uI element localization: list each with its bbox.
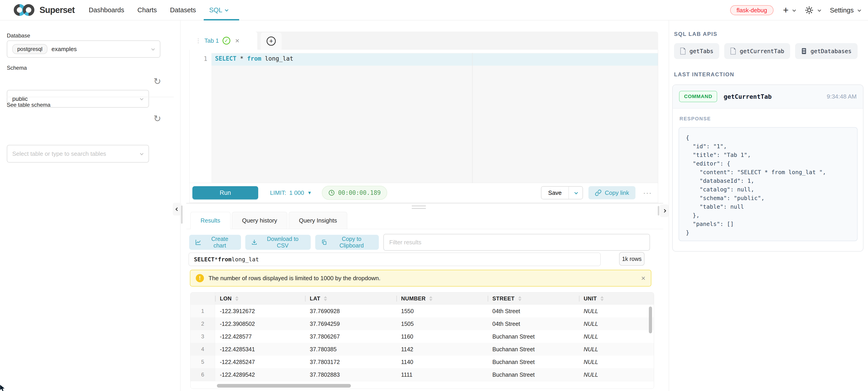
sort-icon[interactable] <box>429 296 432 301</box>
table-cell: 37.7802883 <box>305 368 396 381</box>
table-cell: 37.780385 <box>305 343 396 356</box>
create-chart-button[interactable]: Create chart <box>189 235 241 250</box>
table-select[interactable]: Select table or type to search tables <box>7 145 149 163</box>
get-current-tab-label: getCurrentTab <box>740 48 784 55</box>
chart-icon <box>195 239 201 246</box>
database-select[interactable]: postgresql examples <box>7 40 160 58</box>
timer-value: 00:00:00.189 <box>338 189 381 196</box>
chevron-down-icon <box>140 152 144 155</box>
limit-dropdown[interactable]: LIMIT: 1 000 ▼ <box>270 189 312 196</box>
save-options-caret[interactable] <box>568 187 583 199</box>
row-number: 6 <box>190 368 215 381</box>
response-code-block: { "id": "1", "title": "Tab 1", "editor":… <box>679 127 858 241</box>
save-button[interactable]: Save <box>541 187 568 199</box>
filter-results-input[interactable] <box>383 234 650 251</box>
editor-toolbar: Run LIMIT: 1 000 ▼ 00:00:00.189 Save <box>190 183 658 202</box>
splitter-drag-handle[interactable] <box>412 205 426 209</box>
close-warning-icon[interactable]: × <box>641 274 645 282</box>
interaction-card-header: COMMAND getCurrentTab 9:34:48 AM <box>673 85 863 108</box>
sql-editor[interactable]: 1 SELECT * from long_lat <box>190 53 658 183</box>
row-number: 4 <box>190 343 215 356</box>
sort-icon[interactable] <box>518 296 521 301</box>
close-tab-icon[interactable]: × <box>235 37 240 44</box>
tab-query-insights[interactable]: Query Insights <box>289 212 347 229</box>
table-cell: NULL <box>579 356 654 368</box>
brand-name: Superset <box>39 5 75 15</box>
vertical-scrollbar[interactable] <box>649 306 652 333</box>
command-name: getCurrentTab <box>723 93 772 100</box>
refresh-schemas-icon[interactable]: ↻ <box>154 77 161 86</box>
get-tabs-button[interactable]: getTabs <box>674 43 719 59</box>
copy-clipboard-button[interactable]: Copy to Clipboard <box>315 235 379 250</box>
tab-results[interactable]: Results <box>190 212 230 229</box>
add-tab-button[interactable]: + <box>261 32 282 50</box>
nav-item-sql[interactable]: SQL <box>209 6 227 14</box>
settings-menu[interactable]: Settings <box>830 7 860 14</box>
get-tabs-label: getTabs <box>689 48 713 55</box>
drag-handle-icon[interactable]: ⋮ <box>195 37 201 44</box>
table-cell: 04th Street <box>488 305 579 318</box>
left-panel-scrollbar[interactable] <box>181 205 183 224</box>
column-header-street[interactable]: STREET <box>488 292 579 305</box>
table-cell: Buchanan Street <box>488 368 579 381</box>
sort-icon[interactable] <box>235 296 239 301</box>
get-databases-button[interactable]: getDatabases <box>795 43 858 59</box>
nav-item-charts[interactable]: Charts <box>137 6 157 14</box>
table-cell: 37.7803172 <box>305 356 396 368</box>
run-button[interactable]: Run <box>192 186 258 199</box>
column-header-unit[interactable]: UNIT <box>579 292 654 305</box>
table-cell: Buchanan Street <box>488 330 579 343</box>
column-header-lon[interactable]: LON <box>215 292 305 305</box>
sql-table-name: long_lat <box>231 256 259 263</box>
table-cell: 1160 <box>396 330 488 343</box>
mouse-cursor <box>0 385 7 391</box>
chevron-down-icon <box>858 8 861 12</box>
table-cell: NULL <box>579 305 654 318</box>
collapse-right-panel-button[interactable] <box>660 204 669 217</box>
create-chart-label: Create chart <box>205 236 235 249</box>
save-split-button: Save <box>541 186 583 199</box>
cabinet-icon <box>801 47 807 55</box>
copy-link-button[interactable]: Copy link <box>588 186 636 199</box>
download-csv-button[interactable]: Download to CSV <box>245 235 311 250</box>
more-options-button[interactable]: ··· <box>643 189 652 197</box>
nav-item-sql-label: SQL <box>209 6 222 14</box>
row-number: 1 <box>190 305 215 318</box>
download-csv-label: Download to CSV <box>261 236 305 249</box>
collapse-sidebar-button[interactable] <box>173 203 182 216</box>
table-cell: 1505 <box>396 318 488 330</box>
table-cell: -122.4285341 <box>215 343 305 356</box>
get-current-tab-button[interactable]: getCurrentTab <box>724 43 790 59</box>
editor-tabstrip: ⋮ Tab 1 ✓ × + <box>190 32 658 50</box>
active-nav-indicator <box>204 19 239 21</box>
sort-icon[interactable] <box>600 296 603 301</box>
chevron-down-icon <box>140 97 144 100</box>
table-cell: 04th Street <box>488 318 579 330</box>
superset-logo[interactable]: Superset <box>12 3 75 17</box>
nav-item-dashboards[interactable]: Dashboards <box>89 6 124 14</box>
refresh-tables-icon[interactable]: ↻ <box>154 114 161 123</box>
table-cell: NULL <box>579 318 654 330</box>
document-icon <box>680 47 686 55</box>
warning-text: The number of rows displayed is limited … <box>209 275 380 282</box>
nav-item-datasets[interactable]: Datasets <box>170 6 196 14</box>
table-cell: -122.428577 <box>215 330 305 343</box>
table-row: 3-122.42857737.78062671160Buchanan Stree… <box>190 330 654 343</box>
last-interaction-card: COMMAND getCurrentTab 9:34:48 AM RESPONS… <box>672 85 864 252</box>
column-header-number[interactable]: NUMBER <box>396 292 488 305</box>
results-table: LONLATNUMBERSTREETUNIT 1-122.391267237.7… <box>190 292 654 389</box>
column-header-lat[interactable]: LAT <box>305 292 396 305</box>
horizontal-scrollbar[interactable] <box>217 384 351 388</box>
theme-menu[interactable] <box>805 6 820 15</box>
new-item-menu[interactable]: + <box>783 5 795 15</box>
tab-query-history[interactable]: Query history <box>232 212 287 229</box>
table-row: 4-122.428534137.7803851142Buchanan Stree… <box>190 343 654 356</box>
editor-tab-1[interactable]: ⋮ Tab 1 ✓ × <box>190 32 257 50</box>
sql-code-line: SELECT * from long_lat <box>215 55 293 62</box>
sort-icon[interactable] <box>324 296 327 301</box>
sql-lab-api-panel: SQL LAB APIS getTabs getCurrentTab <box>669 21 868 391</box>
table-cell: Buchanan Street <box>488 343 579 356</box>
table-cell: -122.3908502 <box>215 318 305 330</box>
center-scrollbar[interactable] <box>658 206 659 216</box>
executed-query-text: SELECT * from long_lat <box>188 253 601 266</box>
